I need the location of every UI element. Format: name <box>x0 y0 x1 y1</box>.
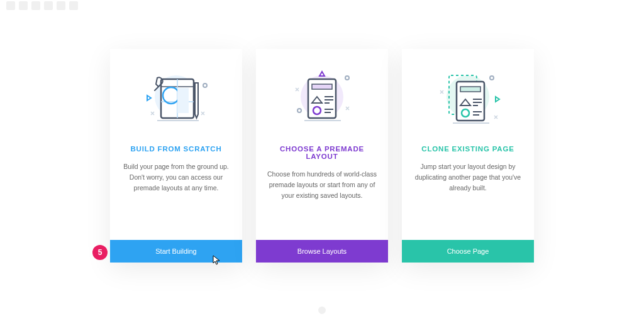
clone-illustration <box>402 49 534 140</box>
svg-point-20 <box>297 109 301 112</box>
svg-point-19 <box>345 76 349 80</box>
pager-dot[interactable] <box>318 306 326 314</box>
premade-illustration <box>256 49 388 140</box>
card-choose-premade: CHOOSE A PREMADE LAYOUT Choose from hund… <box>256 49 388 263</box>
card-title-clone: CLONE EXISTING PAGE <box>402 140 534 153</box>
card-build-from-scratch: BUILD FROM SCRATCH Build your page from … <box>110 49 242 263</box>
svg-point-8 <box>203 84 207 87</box>
svg-rect-25 <box>460 87 480 92</box>
cards-container: BUILD FROM SCRATCH Build your page from … <box>0 0 644 263</box>
choose-page-button[interactable]: Choose Page <box>402 240 534 263</box>
browse-layouts-button[interactable]: Browse Layouts <box>256 240 388 263</box>
svg-rect-6 <box>177 88 189 113</box>
card-title-premade: CHOOSE A PREMADE LAYOUT <box>256 140 388 160</box>
card-desc-scratch: Build your page from the ground up. Don'… <box>110 153 242 240</box>
card-clone-existing: CLONE EXISTING PAGE Jump start your layo… <box>402 49 534 263</box>
svg-point-32 <box>490 76 494 80</box>
card-desc-clone: Jump start your layout design by duplica… <box>402 153 534 240</box>
card-desc-premade: Choose from hundreds of world-class prem… <box>256 160 388 240</box>
step-badge: 5 <box>92 245 108 260</box>
svg-rect-12 <box>312 84 332 89</box>
card-title-scratch: BUILD FROM SCRATCH <box>110 140 242 153</box>
scratch-illustration <box>110 49 242 140</box>
start-building-button[interactable]: Start Building <box>110 240 242 263</box>
toolbar-ghost <box>6 1 78 10</box>
